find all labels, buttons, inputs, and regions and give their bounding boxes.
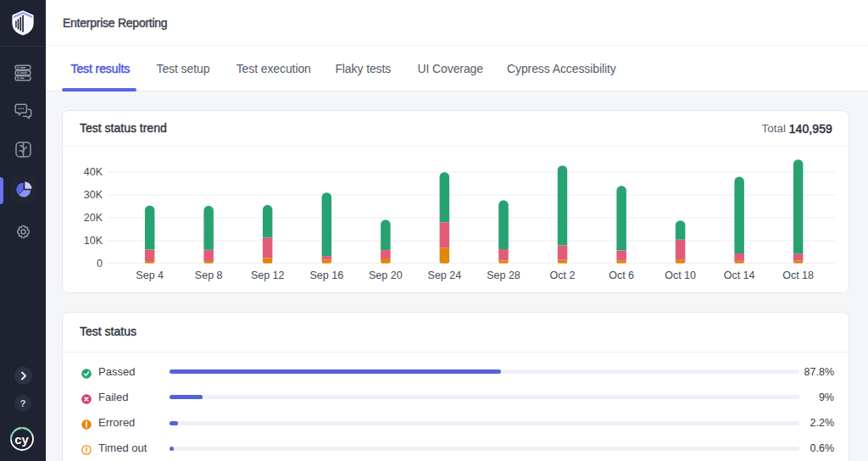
svg-text:cy: cy — [14, 432, 29, 447]
